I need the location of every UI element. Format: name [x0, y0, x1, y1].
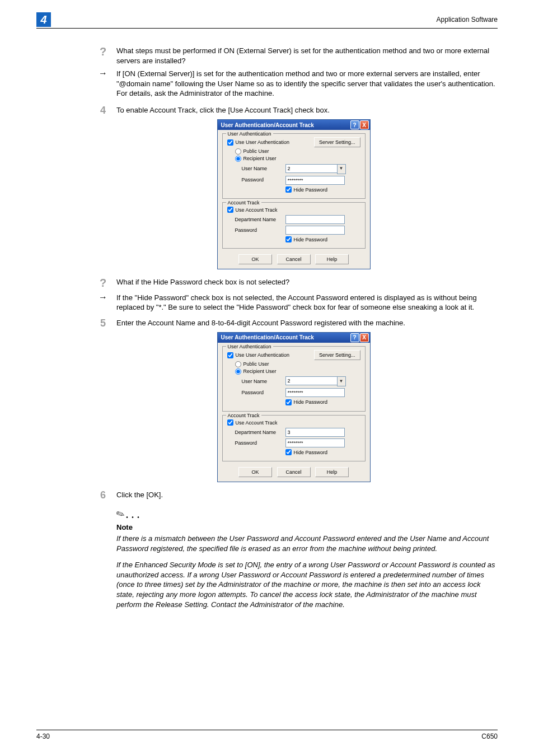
page: 4 Application Software ? What steps must… — [0, 0, 534, 756]
cancel-button[interactable]: Cancel — [277, 467, 311, 477]
header-title: Application Software — [437, 16, 498, 24]
recipient-user-label: Recipient User — [243, 368, 277, 375]
hide-password-checkbox-2[interactable] — [285, 236, 292, 242]
help-icon[interactable]: ? — [350, 120, 359, 129]
user-name-label: User Name — [242, 165, 282, 172]
dept-name-input[interactable] — [285, 428, 345, 437]
dialog-titlebar: User Authentication/Account Track ? X — [218, 120, 370, 130]
chevron-down-icon[interactable]: ▼ — [337, 376, 346, 386]
acct-password-input[interactable] — [285, 438, 345, 447]
help-icon[interactable]: ? — [350, 333, 359, 342]
use-user-auth-checkbox[interactable] — [227, 139, 233, 146]
arrow-icon: → — [99, 292, 107, 302]
group-user-auth: User Authentication Use User Authenticat… — [222, 133, 366, 198]
question-2: What if the Hide Password check box is n… — [116, 277, 498, 287]
hide-password-label-2: Hide Password — [294, 449, 328, 456]
note-body: If there is a mismatch between the User … — [116, 534, 498, 609]
user-name-input[interactable] — [285, 376, 337, 385]
step-number: 4 — [100, 105, 106, 116]
dialog-title: User Authentication/Account Track — [219, 122, 314, 129]
hide-password-checkbox[interactable] — [285, 399, 292, 405]
step-5-text: Enter the Account Name and 8-to-64-digit… — [116, 318, 498, 328]
footer-page: 4-30 — [36, 732, 50, 740]
cancel-button[interactable]: Cancel — [277, 254, 311, 264]
server-setting-button[interactable]: Server Setting... — [314, 137, 360, 147]
ok-button[interactable]: OK — [238, 254, 272, 264]
public-user-radio[interactable] — [235, 148, 241, 155]
hide-password-label: Hide Password — [294, 399, 328, 405]
group-title: Account Track — [226, 412, 261, 419]
group-account-track: Account Track Use Account Track Departme… — [222, 202, 366, 249]
password-label: Password — [242, 176, 282, 183]
page-header: 4 Application Software — [36, 16, 498, 29]
use-account-track-checkbox[interactable] — [227, 419, 233, 426]
ok-button[interactable]: OK — [238, 467, 272, 477]
group-title: User Authentication — [226, 130, 273, 137]
recipient-user-radio[interactable] — [235, 156, 241, 162]
page-content: ? What steps must be performed if ON (Ex… — [90, 46, 498, 616]
password-label: Password — [242, 389, 282, 396]
public-user-radio[interactable] — [235, 361, 241, 367]
use-user-auth-label: Use User Authentication — [236, 352, 290, 358]
step-4-text: To enable Account Track, click the [Use … — [116, 105, 498, 115]
password-input[interactable] — [285, 388, 345, 397]
hide-password-checkbox-2[interactable] — [285, 449, 292, 455]
use-user-auth-label: Use User Authentication — [236, 139, 290, 146]
question-icon: ? — [100, 45, 106, 58]
user-name-label: User Name — [242, 378, 282, 385]
recipient-user-radio[interactable] — [235, 368, 241, 375]
public-user-label: Public User — [243, 361, 269, 367]
answer-2: If the "Hide Password" check box is not … — [116, 293, 498, 312]
dialog-2: User Authentication/Account Track ? X Us… — [217, 332, 371, 482]
step-number: 6 — [100, 489, 106, 501]
user-name-input[interactable] — [285, 164, 337, 173]
use-account-track-label: Use Account Track — [236, 207, 278, 213]
page-footer: 4-30 C650 — [36, 730, 498, 740]
dialog-titlebar: User Authentication/Account Track ? X — [218, 333, 370, 343]
step-6-text: Click the [OK]. — [116, 490, 498, 500]
close-icon[interactable]: X — [360, 333, 369, 342]
group-title: Account Track — [226, 199, 261, 206]
chapter-number: 4 — [36, 12, 51, 27]
use-account-track-label: Use Account Track — [236, 419, 278, 426]
dialog-1: User Authentication/Account Track ? X Us… — [217, 119, 371, 269]
dept-name-label: Department Name — [235, 429, 282, 436]
note-block: ✎. . . Note If there is a mismatch betwe… — [116, 507, 498, 609]
footer-model: C650 — [481, 732, 498, 740]
hide-password-label: Hide Password — [294, 186, 328, 193]
help-button[interactable]: Help — [315, 254, 349, 264]
note-icon: ✎. . . — [116, 507, 140, 521]
close-icon[interactable]: X — [360, 120, 369, 129]
hide-password-checkbox[interactable] — [285, 186, 292, 193]
acct-password-label: Password — [235, 227, 282, 234]
question-1: What steps must be performed if ON (Exte… — [116, 46, 498, 66]
step-number: 5 — [100, 318, 106, 329]
dialog-title: User Authentication/Account Track — [219, 334, 314, 342]
dept-name-label: Department Name — [235, 216, 282, 223]
group-account-track: Account Track Use Account Track Departme… — [222, 415, 366, 461]
acct-password-label: Password — [235, 440, 282, 446]
chevron-down-icon[interactable]: ▼ — [337, 164, 346, 174]
help-button[interactable]: Help — [315, 467, 349, 477]
group-title: User Authentication — [226, 343, 273, 350]
arrow-icon: → — [99, 68, 107, 78]
note-p2: If the Enhanced Security Mode is set to … — [116, 560, 498, 609]
use-account-track-checkbox[interactable] — [227, 207, 233, 213]
question-icon: ? — [100, 277, 106, 289]
answer-1: If [ON (External Server)] is set for the… — [116, 69, 498, 99]
server-setting-button[interactable]: Server Setting... — [314, 350, 360, 360]
public-user-label: Public User — [243, 148, 269, 155]
acct-password-input[interactable] — [285, 226, 345, 235]
dept-name-input[interactable] — [285, 215, 345, 224]
password-input[interactable] — [285, 176, 345, 185]
use-user-auth-checkbox[interactable] — [227, 352, 233, 358]
note-label: Note — [116, 522, 498, 533]
recipient-user-label: Recipient User — [243, 155, 277, 162]
note-p1: If there is a mismatch between the User … — [116, 534, 498, 553]
group-user-auth: User Authentication Use User Authenticat… — [222, 346, 366, 411]
hide-password-label-2: Hide Password — [294, 236, 328, 243]
